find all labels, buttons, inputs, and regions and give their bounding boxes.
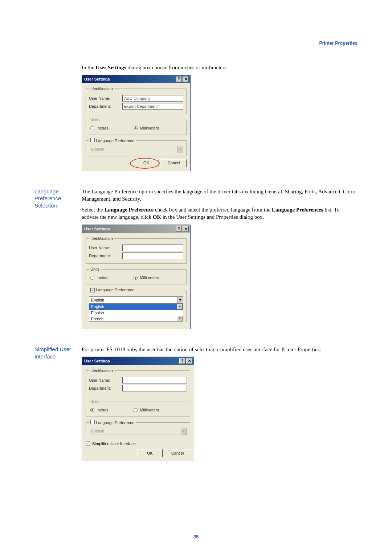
- millimeters-radio-label: Millimeters: [140, 126, 159, 131]
- language-dropdown: English ▼: [89, 146, 183, 153]
- simplified-ui-label: Simplified User Interface: [92, 441, 136, 447]
- language-preference-legend: Language Preference: [96, 139, 134, 143]
- list-item[interactable]: English: [89, 304, 183, 310]
- millimeters-radio-label: Millimeters: [140, 275, 159, 280]
- language-preference-legend: Language Preference: [96, 288, 134, 292]
- department-field[interactable]: [122, 253, 183, 259]
- language-preference-group: Language Preference English ▼: [86, 420, 190, 438]
- language-listbox[interactable]: English Finnish French French (Canada) ▲…: [89, 304, 183, 322]
- department-field[interactable]: Export Department: [122, 103, 183, 110]
- inches-radio[interactable]: Inches: [90, 275, 108, 280]
- identification-legend: Identification: [89, 236, 114, 241]
- close-icon[interactable]: ✕: [183, 77, 189, 82]
- lp2c: check box and select the preferred langu…: [154, 207, 272, 213]
- username-field[interactable]: [122, 377, 187, 383]
- inches-radio-label: Inches: [97, 407, 108, 413]
- identification-group: Identification User Name: Department:: [86, 368, 190, 396]
- ok-pre: O: [143, 160, 147, 166]
- help-icon[interactable]: ?: [179, 358, 185, 364]
- help-icon[interactable]: ?: [176, 77, 182, 82]
- user-settings-dialog-2: User Settings ? ✕ Identification User Na…: [82, 225, 191, 329]
- language-dropdown[interactable]: English ▼: [89, 296, 183, 304]
- close-icon[interactable]: ✕: [186, 358, 192, 364]
- inches-radio-label: Inches: [97, 126, 108, 131]
- department-label: Department:: [89, 253, 122, 259]
- ok-button[interactable]: OK: [137, 449, 163, 457]
- username-label: User Name:: [89, 378, 122, 383]
- identification-group: Identification User Name: Department:: [86, 236, 187, 264]
- language-preference-checkbox[interactable]: [90, 420, 95, 424]
- dialog-title: User Settings: [84, 75, 110, 83]
- units-legend: Units: [89, 267, 101, 272]
- lp2a: Select the: [82, 207, 104, 213]
- language-preference-group: ✓ Language Preference English ▼ English …: [86, 287, 187, 322]
- language-preference-checkbox[interactable]: [90, 138, 95, 142]
- department-field[interactable]: [122, 385, 187, 391]
- username-field[interactable]: ABC Company: [122, 95, 183, 102]
- language-preference-group: Language Preference English ▼: [86, 138, 187, 156]
- dialog-title: User Settings: [84, 225, 110, 233]
- cancel-button[interactable]: Cancel: [165, 449, 190, 457]
- units-legend: Units: [89, 399, 101, 405]
- user-settings-dialog-3: User Settings ? ✕ Identification User Na…: [82, 357, 194, 461]
- identification-group: Identification User Name: ABC Company De…: [86, 86, 187, 114]
- inches-radio[interactable]: Inches: [90, 407, 108, 413]
- cancel-post: ancel: [171, 160, 180, 166]
- help-icon[interactable]: ?: [176, 226, 182, 231]
- close-icon[interactable]: ✕: [183, 226, 189, 231]
- chevron-down-icon[interactable]: ▼: [177, 297, 183, 303]
- page-header-title: Printer Properties: [34, 41, 358, 46]
- cancel-underline: C: [168, 160, 171, 166]
- list-item[interactable]: Finnish: [89, 310, 183, 316]
- lp2d: Language Preferences: [272, 207, 323, 213]
- cancel-post: ancel: [174, 451, 184, 456]
- titlebar: User Settings ? ✕: [82, 75, 190, 83]
- scroll-up-icon[interactable]: ▲: [177, 304, 183, 309]
- millimeters-radio-label: Millimeters: [140, 407, 159, 413]
- lp2f: OK: [153, 214, 161, 220]
- units-group: Units Inches Millimeters: [86, 267, 187, 284]
- intro-text-c: dialog box choose from inches or millime…: [126, 65, 228, 70]
- language-value: English: [91, 147, 104, 152]
- millimeters-radio[interactable]: Millimeters: [134, 275, 159, 280]
- language-value: English: [91, 428, 104, 434]
- cancel-button[interactable]: Cancel: [161, 159, 187, 167]
- dialog-title: User Settings: [84, 357, 110, 365]
- scroll-down-icon[interactable]: ▼: [177, 316, 183, 321]
- inches-radio[interactable]: Inches: [90, 126, 108, 131]
- ok-underline: K: [147, 160, 149, 166]
- ok-pre: O: [147, 451, 150, 456]
- username-label: User Name:: [89, 96, 122, 101]
- units-group: Units Inches Millimeters: [86, 399, 190, 417]
- department-label: Department:: [89, 386, 122, 391]
- units-legend: Units: [89, 117, 101, 123]
- titlebar: User Settings ? ✕: [82, 357, 194, 365]
- department-label: Department:: [89, 104, 122, 109]
- cancel-underline: C: [171, 451, 174, 456]
- list-item[interactable]: French: [89, 316, 183, 322]
- language-dropdown: English ▼: [89, 428, 187, 435]
- username-field[interactable]: [122, 245, 183, 251]
- chevron-down-icon: ▼: [177, 146, 183, 153]
- lang-p2: Select the Language Preference check box…: [82, 206, 358, 221]
- lp2b: Language Preference: [104, 207, 154, 213]
- simplified-ui-checkbox[interactable]: ✓: [86, 442, 90, 446]
- language-preference-chk-wrap: ✓ Language Preference: [89, 287, 136, 293]
- lang-section-heading: Language Preference Selection: [34, 188, 82, 336]
- ok-button[interactable]: OK: [134, 159, 159, 167]
- units-group: Units Inches Millimeters: [86, 117, 187, 135]
- millimeters-radio[interactable]: Millimeters: [134, 407, 159, 413]
- ok-underline: K: [150, 451, 153, 456]
- millimeters-radio[interactable]: Millimeters: [134, 126, 159, 131]
- inches-radio-label: Inches: [97, 275, 108, 280]
- intro-paragraph: In the User Settings dialog box choose f…: [82, 64, 358, 71]
- username-label: User Name:: [89, 245, 122, 251]
- page-number: 35: [0, 534, 392, 539]
- user-settings-dialog-1: User Settings ? ✕ Identification User Na…: [82, 75, 191, 171]
- language-preference-chk-wrap: Language Preference: [89, 138, 136, 144]
- titlebar: User Settings ? ✕: [82, 225, 190, 233]
- identification-legend: Identification: [89, 368, 114, 373]
- intro-text-b: User Settings: [95, 65, 126, 70]
- language-value: English: [91, 297, 104, 303]
- language-preference-checkbox[interactable]: ✓: [90, 288, 95, 292]
